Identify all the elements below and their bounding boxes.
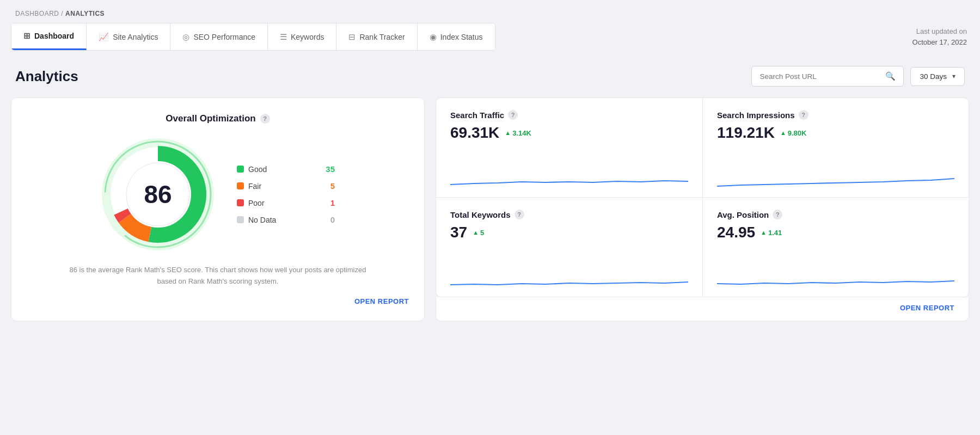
header-controls: 🔍 30 Days ▾ xyxy=(751,66,965,87)
tab-icon-site-analytics: 📈 xyxy=(99,32,109,42)
arrow-up-icon-total-keywords: ▲ xyxy=(473,229,479,236)
tab-rank-tracker[interactable]: ⊟Rank Tracker xyxy=(336,23,417,50)
legend-value-good: 35 xyxy=(326,164,335,174)
legend-left-good: Good xyxy=(237,165,267,174)
last-updated-date: October 17, 2022 xyxy=(912,37,967,48)
tab-label-seo-performance: SEO Performance xyxy=(193,33,255,41)
breadcrumb-separator: / xyxy=(61,10,63,17)
metric-change-total-keywords: ▲ 5 xyxy=(473,229,484,237)
right-panel: Search Traffic ? 69.31K ▲ 3.14K Search I… xyxy=(436,97,969,321)
legend-dot-no-data xyxy=(237,216,244,223)
page-header: Analytics 🔍 30 Days ▾ xyxy=(0,51,980,97)
last-updated: Last updated on October 17, 2022 xyxy=(912,26,969,47)
tab-seo-performance[interactable]: ◎SEO Performance xyxy=(170,23,268,50)
tab-keywords[interactable]: ☰Keywords xyxy=(268,23,336,50)
metric-title-search-impressions: Search Impressions ? xyxy=(717,110,954,120)
search-url-input[interactable] xyxy=(759,72,881,81)
legend-value-no-data: 0 xyxy=(330,215,335,224)
optimization-panel: Overall Optimization ? xyxy=(11,97,425,321)
optimization-body: 86 Good 35 Fair 5 Poor 1 No Data 0 xyxy=(27,137,409,252)
tab-label-keywords: Keywords xyxy=(291,33,324,41)
tab-site-analytics[interactable]: 📈Site Analytics xyxy=(87,23,170,50)
legend-item-fair: Fair 5 xyxy=(237,181,335,191)
metric-card-search-traffic: Search Traffic ? 69.31K ▲ 3.14K xyxy=(436,97,702,197)
metric-value-total-keywords: 37 xyxy=(450,224,467,241)
legend-label-fair: Fair xyxy=(248,182,261,191)
metric-card-search-impressions: Search Impressions ? 119.21K ▲ 9.80K xyxy=(702,97,969,197)
main-content: Overall Optimization ? xyxy=(11,97,969,321)
days-dropdown[interactable]: 30 Days ▾ xyxy=(910,67,965,86)
tab-icon-dashboard: ⊞ xyxy=(23,31,30,41)
metric-change-search-traffic: ▲ 3.14K xyxy=(505,129,531,137)
metric-help-icon-total-keywords[interactable]: ? xyxy=(514,210,524,219)
tab-icon-keywords: ☰ xyxy=(280,32,287,42)
metric-value-row-avg-position: 24.95 ▲ 1.41 xyxy=(717,224,954,241)
legend-left-fair: Fair xyxy=(237,182,261,191)
metric-help-icon-search-impressions[interactable]: ? xyxy=(799,110,808,120)
metric-help-icon-avg-position[interactable]: ? xyxy=(773,210,782,219)
tab-label-index-status: Index Status xyxy=(440,33,483,41)
donut-chart: 86 xyxy=(101,137,215,252)
metric-value-search-traffic: 69.31K xyxy=(450,124,499,142)
legend-dot-fair xyxy=(237,182,244,189)
legend-label-no-data: No Data xyxy=(248,216,276,224)
metric-value-row-search-traffic: 69.31K ▲ 3.14K xyxy=(450,124,688,142)
tab-index-status[interactable]: ◉Index Status xyxy=(418,23,495,50)
breadcrumb-dashboard[interactable]: DASHBOARD xyxy=(15,10,59,17)
metric-card-total-keywords: Total Keywords ? 37 ▲ 5 xyxy=(436,197,702,297)
page-title: Analytics xyxy=(15,68,78,85)
metric-help-icon-search-traffic[interactable]: ? xyxy=(508,110,518,120)
metric-value-avg-position: 24.95 xyxy=(717,224,755,241)
donut-score: 86 xyxy=(144,180,171,209)
legend-left-no-data: No Data xyxy=(237,216,276,224)
tab-label-dashboard: Dashboard xyxy=(34,32,74,40)
optimization-description: 86 is the average Rank Math's SEO score.… xyxy=(60,265,376,287)
tab-bar-wrapper: ⊞Dashboard📈Site Analytics◎SEO Performanc… xyxy=(0,23,980,51)
sparkline-search-traffic xyxy=(450,166,688,188)
metric-value-row-total-keywords: 37 ▲ 5 xyxy=(450,224,688,241)
breadcrumb-current: ANALYTICS xyxy=(65,10,105,17)
tabs-container: ⊞Dashboard📈Site Analytics◎SEO Performanc… xyxy=(11,23,495,51)
sparkline-search-impressions xyxy=(717,166,954,188)
legend-dot-good xyxy=(237,166,244,173)
metric-title-total-keywords: Total Keywords ? xyxy=(450,210,688,219)
breadcrumb: DASHBOARD / ANALYTICS xyxy=(0,0,980,23)
search-url-container: 🔍 xyxy=(751,66,904,87)
tab-dashboard[interactable]: ⊞Dashboard xyxy=(11,23,87,50)
metric-card-avg-position: Avg. Position ? 24.95 ▲ 1.41 xyxy=(702,197,969,297)
donut-center: 86 xyxy=(144,182,171,207)
metric-value-search-impressions: 119.21K xyxy=(717,124,775,142)
sparkline-total-keywords xyxy=(450,265,688,288)
legend-label-good: Good xyxy=(248,165,267,174)
last-updated-label: Last updated on xyxy=(912,26,967,37)
tab-icon-index-status: ◉ xyxy=(430,32,437,42)
arrow-up-icon-search-traffic: ▲ xyxy=(505,130,511,136)
metric-change-search-impressions: ▲ 9.80K xyxy=(780,129,807,137)
open-report-link[interactable]: OPEN REPORT xyxy=(354,297,409,305)
tab-label-site-analytics: Site Analytics xyxy=(113,33,158,41)
optimization-title: Overall Optimization ? xyxy=(166,113,270,124)
legend-item-no-data: No Data 0 xyxy=(237,215,335,224)
sparkline-avg-position xyxy=(717,265,954,288)
tab-icon-rank-tracker: ⊟ xyxy=(348,32,356,42)
legend-item-good: Good 35 xyxy=(237,164,335,174)
legend-dot-poor xyxy=(237,199,244,206)
legend-value-fair: 5 xyxy=(330,181,335,191)
days-dropdown-value: 30 Days xyxy=(920,72,947,81)
metric-title-avg-position: Avg. Position ? xyxy=(717,210,954,219)
search-icon: 🔍 xyxy=(885,71,896,81)
legend-left-poor: Poor xyxy=(237,199,265,207)
legend-item-poor: Poor 1 xyxy=(237,198,335,207)
tab-label-rank-tracker: Rank Tracker xyxy=(359,33,405,41)
legend-value-poor: 1 xyxy=(330,198,335,207)
arrow-up-icon-avg-position: ▲ xyxy=(761,229,767,236)
chevron-down-icon: ▾ xyxy=(952,72,955,80)
legend: Good 35 Fair 5 Poor 1 No Data 0 xyxy=(237,164,335,224)
metric-value-row-search-impressions: 119.21K ▲ 9.80K xyxy=(717,124,954,142)
legend-label-poor: Poor xyxy=(248,199,265,207)
optimization-help-icon[interactable]: ? xyxy=(260,114,270,124)
metric-title-search-traffic: Search Traffic ? xyxy=(450,110,688,120)
metric-change-avg-position: ▲ 1.41 xyxy=(761,229,782,237)
tab-icon-seo-performance: ◎ xyxy=(182,32,189,42)
right-open-report-link[interactable]: OPEN REPORT xyxy=(900,304,954,312)
